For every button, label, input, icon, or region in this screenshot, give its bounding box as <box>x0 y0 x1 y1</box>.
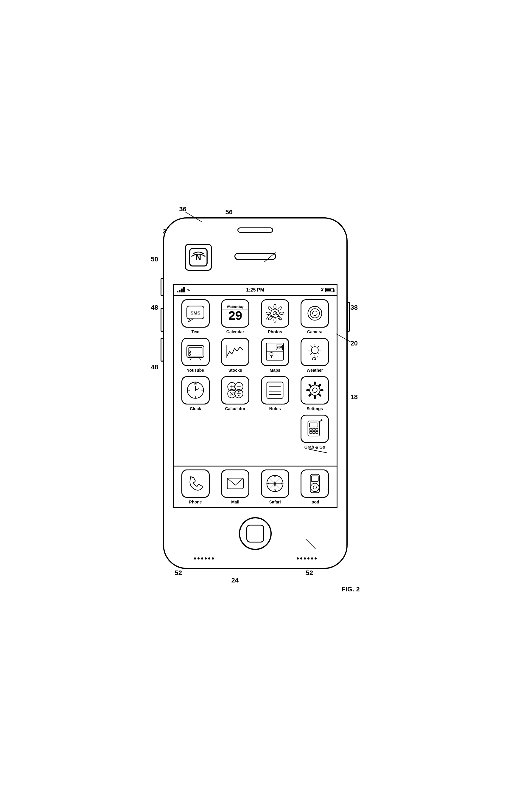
svg-text:9: 9 <box>189 389 190 392</box>
svg-line-21 <box>199 357 201 360</box>
svg-point-8 <box>277 306 282 311</box>
svg-point-12 <box>268 316 272 321</box>
app-camera[interactable]: Camera <box>297 299 333 334</box>
app-notes[interactable]: Notes <box>257 376 294 411</box>
svg-rect-78 <box>320 389 323 391</box>
app-icon-camera <box>301 299 329 328</box>
label-52a: 52 <box>175 569 182 577</box>
cal-num: 29 <box>228 309 242 322</box>
side-button-power[interactable] <box>347 302 350 332</box>
svg-rect-88 <box>316 428 318 430</box>
svg-line-40 <box>318 346 319 347</box>
svg-point-66 <box>238 395 240 396</box>
app-icon-photos <box>261 299 289 328</box>
label-36: 36 <box>179 205 187 213</box>
app-icon-settings <box>301 376 329 404</box>
screen: ∿ 1:25 PM ✗ <box>173 284 337 508</box>
svg-rect-90 <box>313 431 315 433</box>
nfc-logo: N <box>185 244 212 271</box>
status-left: ∿ <box>177 287 190 293</box>
label-48b: 48 <box>151 363 158 371</box>
label-52b: 52 <box>306 569 313 577</box>
app-label-weather: Weather <box>306 368 323 373</box>
svg-line-38 <box>311 346 312 347</box>
svg-point-16 <box>310 309 319 318</box>
dock-phone[interactable]: Phone <box>178 469 214 504</box>
app-grabgo[interactable]: Grab & Go <box>297 415 333 449</box>
dock-label-ipod: Ipod <box>311 500 319 504</box>
dock-ipod[interactable]: Ipod <box>297 469 333 504</box>
label-20: 20 <box>351 340 358 347</box>
app-stocks[interactable]: Stocks <box>217 338 253 373</box>
svg-text:73°: 73° <box>311 356 318 361</box>
app-youtube[interactable]: YouTube <box>178 338 214 373</box>
app-icon-grabgo <box>301 415 329 443</box>
svg-point-22 <box>189 351 191 352</box>
app-icon-stocks <box>221 338 249 366</box>
svg-text:W: W <box>267 482 270 485</box>
app-label-youtube: YouTube <box>187 368 204 373</box>
dock-mail[interactable]: Mail <box>217 469 253 504</box>
app-calendar[interactable]: Wednesday 29 Calendar <box>217 299 253 334</box>
dock-icon-ipod <box>301 469 329 498</box>
svg-marker-3 <box>189 319 193 322</box>
svg-marker-104 <box>274 480 276 483</box>
dock: Phone Mail <box>174 466 337 507</box>
svg-line-20 <box>190 357 192 360</box>
svg-point-17 <box>313 311 317 316</box>
svg-text:S: S <box>274 489 276 492</box>
app-label-camera: Camera <box>307 329 322 334</box>
speaker-left <box>194 557 214 560</box>
app-weather[interactable]: 73° Weather <box>297 338 333 373</box>
side-button-vol-down[interactable] <box>161 338 163 362</box>
svg-point-73 <box>310 385 320 395</box>
app-label-stocks: Stocks <box>229 368 242 373</box>
home-button[interactable] <box>239 517 272 550</box>
app-photos[interactable]: Photos <box>257 299 294 334</box>
svg-point-11 <box>274 318 276 323</box>
grab-go-row: Grab & Go <box>174 415 337 452</box>
app-maps[interactable]: 280 Maps <box>257 338 294 373</box>
status-bar: ∿ 1:25 PM ✗ <box>174 285 337 296</box>
svg-text:3: 3 <box>201 389 202 392</box>
app-text[interactable]: SMS Text <box>178 299 214 334</box>
svg-rect-94 <box>227 478 243 489</box>
svg-rect-107 <box>311 476 318 481</box>
fig-label: FIG. 2 <box>342 585 360 593</box>
svg-point-33 <box>311 347 318 354</box>
app-label-clock: Clock <box>190 406 201 411</box>
app-clock[interactable]: 12 3 6 9 Clock <box>178 376 214 411</box>
svg-point-109 <box>313 486 316 489</box>
svg-point-14 <box>268 306 272 311</box>
svg-point-7 <box>274 304 276 309</box>
label-38: 38 <box>351 304 358 311</box>
side-button-vol-up[interactable] <box>161 308 163 332</box>
app-label-notes: Notes <box>269 406 281 411</box>
app-label-photos: Photos <box>268 329 282 334</box>
svg-point-65 <box>238 391 240 393</box>
app-settings[interactable]: Settings <box>297 376 333 411</box>
svg-point-23 <box>189 354 191 355</box>
dock-icon-phone <box>181 469 210 498</box>
dock-label-phone: Phone <box>189 500 202 504</box>
app-icon-calculator <box>221 376 249 404</box>
svg-text:6: 6 <box>195 395 196 398</box>
svg-rect-87 <box>313 428 315 430</box>
svg-rect-82 <box>306 389 309 391</box>
side-button-mute[interactable] <box>161 278 163 296</box>
svg-rect-89 <box>309 431 312 433</box>
home-button-inner <box>246 524 264 543</box>
svg-text:12: 12 <box>194 383 197 385</box>
svg-rect-80 <box>314 396 316 399</box>
battery-icon <box>325 288 334 292</box>
app-icon-notes <box>261 376 289 404</box>
app-calculator[interactable]: Calculator <box>217 376 253 411</box>
label-18: 18 <box>351 393 358 401</box>
app-icon-calendar: Wednesday 29 <box>221 299 249 328</box>
top-speaker <box>237 227 273 233</box>
app-icon-youtube <box>181 338 210 366</box>
dock-safari[interactable]: N S E W Safari <box>257 469 294 504</box>
page-container: 36 34 50 48 48 38 18 20 42 42 40 56 44 5… <box>133 202 399 607</box>
svg-point-50 <box>195 390 196 391</box>
app-icon-clock: 12 3 6 9 <box>181 376 210 404</box>
